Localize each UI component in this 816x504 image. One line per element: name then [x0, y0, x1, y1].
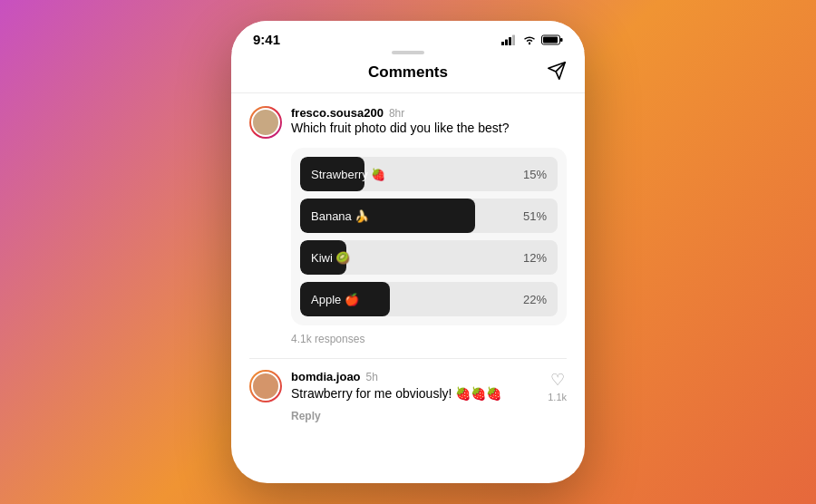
poll-percent-apple: 22% [523, 293, 558, 306]
poll-label-strawberry: Strawberry 🍓 [300, 168, 523, 181]
poll-container: Strawberry 🍓 15% Banana 🍌 51% Kiwi 🥝 12% [291, 148, 567, 325]
like-container[interactable]: ♡ 1.1k [548, 370, 567, 402]
poll-label-kiwi: Kiwi 🥝 [300, 251, 523, 265]
comments-area[interactable]: fresco.sousa200 8hr Which fruit photo di… [231, 93, 585, 483]
comment-time: 8hr [389, 107, 404, 120]
avatar-fresco [249, 106, 282, 139]
poll-responses: 4.1k responses [291, 333, 567, 345]
heart-icon[interactable]: ♡ [550, 370, 565, 390]
reply-button[interactable]: Reply [291, 410, 321, 422]
poll-label-banana: Banana 🍌 [300, 209, 523, 223]
header-title: Comments [368, 63, 448, 82]
status-time: 9:41 [253, 32, 280, 47]
poll-label-apple: Apple 🍎 [300, 293, 523, 306]
comment-header: fresco.sousa200 8hr Which fruit photo di… [249, 106, 567, 139]
avatar-bomdia [249, 370, 282, 402]
drag-handle [392, 51, 424, 54]
poll-percent-kiwi: 12% [523, 251, 558, 265]
poll-option-banana[interactable]: Banana 🍌 51% [300, 199, 558, 233]
send-icon[interactable] [547, 61, 567, 85]
signal-icon [501, 34, 518, 45]
comment-question: Which fruit photo did you like the best? [291, 120, 509, 138]
like-count: 1.1k [548, 392, 567, 402]
poll-percent-strawberry: 15% [523, 168, 558, 181]
poll-percent-banana: 51% [523, 209, 558, 223]
comment-block-2: bomdia.joao 5h Strawberry for me obvious… [249, 359, 567, 423]
svg-rect-0 [501, 42, 504, 45]
comment2-user-row: bomdia.joao 5h [291, 370, 539, 383]
status-icons [501, 34, 563, 45]
comment-user-row: fresco.sousa200 8hr [291, 106, 509, 120]
svg-rect-2 [509, 37, 511, 45]
svg-rect-3 [512, 34, 515, 45]
phone-frame: 9:41 Co [231, 21, 585, 483]
battery-icon [541, 34, 563, 45]
comment-username: fresco.sousa200 [291, 106, 384, 120]
comment2-username: bomdia.joao [291, 370, 361, 383]
svg-rect-6 [560, 38, 563, 42]
comment2-content: bomdia.joao 5h Strawberry for me obvious… [291, 370, 539, 423]
status-bar: 9:41 [231, 21, 585, 51]
comments-header: Comments [231, 63, 585, 92]
wifi-icon [522, 34, 537, 45]
poll-option-apple[interactable]: Apple 🍎 22% [300, 282, 558, 316]
comment-meta: fresco.sousa200 8hr Which fruit photo di… [291, 106, 509, 138]
svg-rect-1 [505, 39, 508, 45]
poll-option-strawberry[interactable]: Strawberry 🍓 15% [300, 157, 558, 191]
svg-rect-7 [543, 36, 558, 43]
poll-option-kiwi[interactable]: Kiwi 🥝 12% [300, 240, 558, 275]
svg-point-4 [529, 42, 530, 44]
poll-comment-block: fresco.sousa200 8hr Which fruit photo di… [249, 106, 567, 345]
comment2-text: Strawberry for me obviously! 🍓🍓🍓 [291, 385, 539, 403]
comment2-time: 5h [366, 371, 378, 383]
